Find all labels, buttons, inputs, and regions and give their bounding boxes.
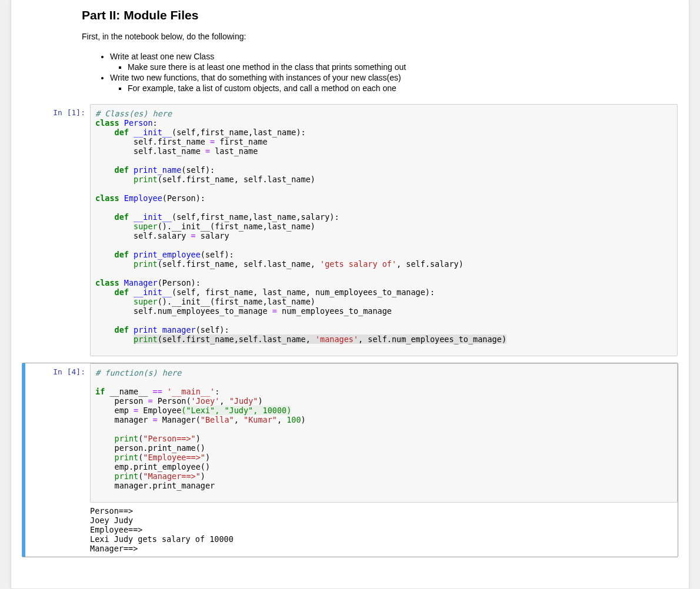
fn-name: print_employee [134,250,201,259]
comment: # function(s) here [95,368,181,377]
class-name: Manager [124,278,158,287]
code-text: last_name [210,146,258,156]
code-text: , [277,415,286,424]
code-text: (self,first_name,last_name,salary): [172,212,339,222]
fn-name: __init__ [134,212,172,222]
code-text: manager.print_manager [95,481,215,490]
code-text: self.num_employees_to_manage [95,306,272,316]
list-item: Make sure there is at least one method i… [128,62,678,72]
list-text: Write at least one new Class [110,52,214,61]
kw-def: def [115,212,129,222]
code-text: salary [196,231,229,240]
code-input[interactable]: # Class(es) here class Person: def __ini… [90,104,678,356]
op: = [191,231,196,240]
string: "Kumar" [244,415,277,424]
code-text: (self): [201,250,234,259]
builtin: print [115,453,139,462]
code-text: __name__ [105,387,152,396]
number: 100 [286,415,301,424]
fn-name: print_manager [134,325,196,334]
markdown-cell: Part II: Module Files First, in the note… [11,0,678,98]
code-text: : [215,387,219,396]
string: '__main__' [162,387,215,396]
string: "Person==>" [143,434,195,443]
string: "Manager==>" [143,471,201,481]
code-input[interactable]: # function(s) here if __name__ == '__mai… [90,363,678,503]
builtin: print [134,175,158,184]
input-prompt: In [1]: [25,104,90,356]
class-name: Person [124,118,153,128]
code-text: ) [301,415,306,424]
op: == [153,387,162,396]
op: = [272,306,277,316]
builtin: super [134,222,158,231]
code-text: , self.num_employees_to_manage) [358,334,506,344]
code-text: (self): [196,325,229,334]
kw-def: def [115,250,129,259]
code-text: ().__init__(first_name,last_name) [158,222,315,231]
string: 'Joey' [191,396,220,406]
code-text: (Person): [158,278,201,287]
code-text: ().__init__(first_name,last_name) [158,297,315,306]
comment: # Class(es) here [95,109,172,118]
code-text: person [95,396,148,406]
code-text: (self.first_name, self.last_name) [158,175,315,184]
kw-def: def [115,325,129,334]
code-text: person.print_name() [95,443,205,453]
code-text: (self.first_name, self.last_name, [158,259,320,269]
code-text: Manager( [158,415,201,424]
builtin: super [134,297,158,306]
cell-output: Person==> Joey Judy Employee==> Lexi Jud… [90,503,678,557]
list-item: Write two new functions, that do somethi… [110,73,678,93]
list-text: Write two new functions, that do somethi… [110,73,401,82]
class-name: Employee [124,193,162,203]
kw-class: class [95,118,119,128]
code-text: emp [95,406,134,415]
code-text: ) [201,471,205,481]
string: "Employee==>" [143,453,205,462]
kw-if: if [95,387,105,396]
instruction-list: Write at least one new Class Make sure t… [82,52,678,93]
kw-def: def [115,128,129,137]
kw-def: def [115,165,129,175]
code-text: emp.print_employee() [95,462,210,471]
input-prompt: In [4]: [25,363,90,557]
string: "Judy" [229,396,258,406]
list-item: Write at least one new Class Make sure t… [110,52,678,72]
code-cell-2[interactable]: In [4]: # function(s) here if __name__ =… [22,363,678,557]
string: "Bella" [201,415,234,424]
fn-name: __init__ [134,128,172,137]
builtin: print [115,434,139,443]
code-text: (self.first_name,self.last_name, [158,334,315,344]
list-item: For example, take a list of custom objec… [128,83,678,93]
op: = [134,406,138,415]
code-text: Person( [153,396,191,406]
code-text: manager [95,415,153,424]
builtin: print [134,334,158,344]
op: = [205,146,210,156]
string: 'gets salary of' [320,259,396,269]
code-text: first_name [215,137,267,146]
section-heading: Part II: Module Files [82,8,678,22]
code-cell-1[interactable]: In [1]: # Class(es) here class Person: d… [22,103,678,357]
code-text: (self): [181,165,215,175]
op: = [148,396,152,406]
code-text: ("Lexi", "Judy", 10000) [181,406,291,415]
fn-name: print_name [134,165,181,175]
intro-text: First, in the notebook below, do the fol… [82,32,678,41]
string: 'manages' [315,334,358,344]
code-text: , self.salary) [396,259,464,269]
code-text: ) [205,453,210,462]
code-text: , [219,396,229,406]
notebook-container: Part II: Module Files First, in the note… [11,0,689,589]
code-text: self.salary [95,231,191,240]
code-text: Employee [138,406,181,415]
kw-class: class [95,193,119,203]
kw-class: class [95,278,119,287]
fn-name: __init__ [134,287,172,297]
builtin: print [115,471,139,481]
code-text: ) [258,396,262,406]
code-text: self.last_name [95,146,205,156]
code-text: (self, first_name, last_name, num_employ… [172,287,435,297]
code-text: (self,first_name,last_name): [172,128,306,137]
